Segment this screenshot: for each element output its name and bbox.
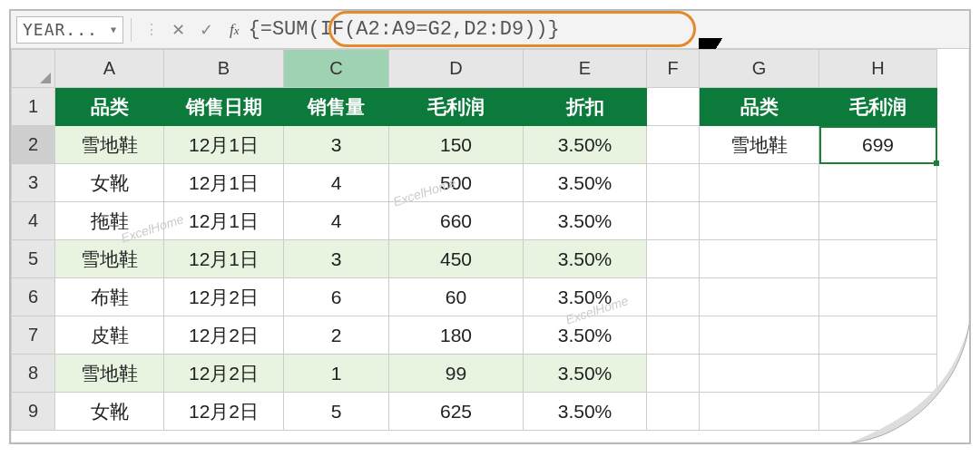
cell-F9[interactable] [647,393,700,431]
cell-G6[interactable] [700,278,819,316]
col-header-D[interactable]: D [389,50,524,88]
col-header-B[interactable]: B [164,50,284,88]
vertical-dots-icon: ⋮ [144,21,159,38]
row-header-7[interactable]: 7 [12,316,55,355]
cell-E1[interactable]: 折扣 [524,88,647,126]
cell-H6[interactable] [819,278,937,316]
cell-B7[interactable]: 12月2日 [164,316,284,355]
cell-F1[interactable] [647,88,700,126]
cell-E2[interactable]: 3.50% [524,126,647,164]
cell-H8[interactable] [819,355,937,393]
cancel-formula-button[interactable]: ✕ [164,20,192,40]
name-box-text: YEAR... [23,20,98,39]
cell-F6[interactable] [647,278,700,316]
col-header-F[interactable]: F [647,50,700,88]
cell-D5[interactable]: 450 [389,240,524,278]
spreadsheet[interactable]: ABCDEFGH1品类销售日期销售量毛利润折扣品类毛利润2雪地鞋12月1日315… [11,49,969,431]
cell-H9[interactable] [819,393,937,431]
cell-C1[interactable]: 销售量 [284,88,389,126]
row-header-6[interactable]: 6 [12,278,55,316]
formula-input[interactable]: {=SUM(IF(A2:A9=G2,D2:D9))} [245,18,560,41]
cell-A7[interactable]: 皮鞋 [55,316,164,355]
cell-A5[interactable]: 雪地鞋 [55,240,164,278]
cell-F5[interactable] [647,240,700,278]
cell-E4[interactable]: 3.50% [524,202,647,240]
col-header-C[interactable]: C [284,50,389,88]
cell-H3[interactable] [819,164,937,202]
cell-A3[interactable]: 女靴 [55,164,164,202]
cell-B1[interactable]: 销售日期 [164,88,284,126]
cell-D6[interactable]: 60 [389,278,524,316]
cell-D9[interactable]: 625 [389,393,524,431]
cell-A8[interactable]: 雪地鞋 [55,355,164,393]
col-header-E[interactable]: E [524,50,647,88]
formula-bar: YEAR... ▼ ⋮ ✕ ✓ fx {=SUM(IF(A2:A9=G2,D2:… [11,11,969,49]
cell-G4[interactable] [700,202,819,240]
cell-C3[interactable]: 4 [284,164,389,202]
cell-H1[interactable]: 毛利润 [819,88,937,126]
cell-D1[interactable]: 毛利润 [389,88,524,126]
cell-G1[interactable]: 品类 [700,88,819,126]
row-header-8[interactable]: 8 [12,355,55,393]
select-all-corner[interactable] [12,50,55,88]
cell-F8[interactable] [647,355,700,393]
cell-G3[interactable] [700,164,819,202]
chevron-down-icon[interactable]: ▼ [111,24,117,34]
cell-H7[interactable] [819,316,937,355]
fx-icon[interactable]: fx [220,21,245,39]
cell-D3[interactable]: 500 [389,164,524,202]
row-header-4[interactable]: 4 [12,202,55,240]
cell-D2[interactable]: 150 [389,126,524,164]
cell-C9[interactable]: 5 [284,393,389,431]
row-header-5[interactable]: 5 [12,240,55,278]
row-header-3[interactable]: 3 [12,164,55,202]
cell-C5[interactable]: 3 [284,240,389,278]
cell-F7[interactable] [647,316,700,355]
cell-D4[interactable]: 660 [389,202,524,240]
cell-G7[interactable] [700,316,819,355]
cell-G2[interactable]: 雪地鞋 [700,126,819,164]
cell-F4[interactable] [647,202,700,240]
cell-G8[interactable] [700,355,819,393]
cell-D8[interactable]: 99 [389,355,524,393]
row-header-9[interactable]: 9 [12,393,55,431]
col-header-G[interactable]: G [700,50,819,88]
cell-B2[interactable]: 12月1日 [164,126,284,164]
cell-H2[interactable]: 699 [819,126,937,164]
cell-D7[interactable]: 180 [389,316,524,355]
col-header-H[interactable]: H [819,50,937,88]
cell-B3[interactable]: 12月1日 [164,164,284,202]
cell-B4[interactable]: 12月1日 [164,202,284,240]
cell-B5[interactable]: 12月1日 [164,240,284,278]
cell-E8[interactable]: 3.50% [524,355,647,393]
cell-C8[interactable]: 1 [284,355,389,393]
cell-F3[interactable] [647,164,700,202]
cell-A6[interactable]: 布鞋 [55,278,164,316]
cell-B8[interactable]: 12月2日 [164,355,284,393]
row-header-2[interactable]: 2 [12,126,55,164]
cell-G5[interactable] [700,240,819,278]
cell-E9[interactable]: 3.50% [524,393,647,431]
cell-B9[interactable]: 12月2日 [164,393,284,431]
cell-B6[interactable]: 12月2日 [164,278,284,316]
col-header-A[interactable]: A [55,50,164,88]
confirm-formula-button[interactable]: ✓ [192,20,220,40]
cell-G9[interactable] [700,393,819,431]
cell-C2[interactable]: 3 [284,126,389,164]
cell-E3[interactable]: 3.50% [524,164,647,202]
name-box[interactable]: YEAR... ▼ [16,16,123,44]
cell-A1[interactable]: 品类 [55,88,164,126]
cell-C7[interactable]: 2 [284,316,389,355]
cell-A2[interactable]: 雪地鞋 [55,126,164,164]
cell-H5[interactable] [819,240,937,278]
cell-E5[interactable]: 3.50% [524,240,647,278]
cell-E7[interactable]: 3.50% [524,316,647,355]
cell-A4[interactable]: 拖鞋 [55,202,164,240]
cell-C4[interactable]: 4 [284,202,389,240]
cell-F2[interactable] [647,126,700,164]
cell-H4[interactable] [819,202,937,240]
cell-A9[interactable]: 女靴 [55,393,164,431]
cell-E6[interactable]: 3.50% [524,278,647,316]
cell-C6[interactable]: 6 [284,278,389,316]
row-header-1[interactable]: 1 [12,88,55,126]
